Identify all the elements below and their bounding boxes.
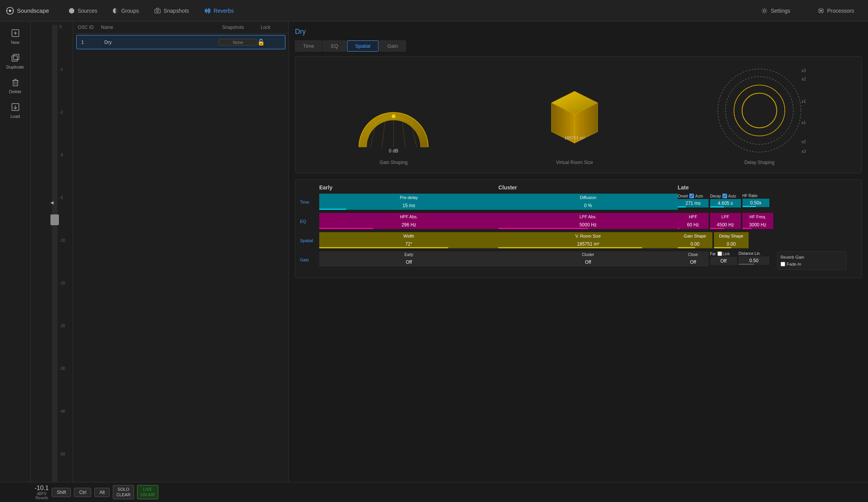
pre-delay-box[interactable]: Pre-delay 15 ms [319, 194, 498, 210]
decay-auto-checkbox[interactable] [722, 194, 727, 198]
hpf-late-box[interactable]: HPF 60 Hz [678, 213, 709, 229]
delay-shape-container[interactable]: x3 x2 x1 x1 x2 x3 [713, 64, 806, 157]
level-slider-thumb[interactable] [50, 214, 59, 225]
nav-settings[interactable]: Settings [754, 8, 798, 14]
pre-delay-label: Pre-delay [319, 194, 498, 201]
svg-rect-22 [13, 54, 19, 60]
table-row[interactable]: 1 Dry None 🔓 [76, 35, 285, 49]
v-room-size-value[interactable]: 185751 m³ [498, 240, 677, 248]
nav-snapshots[interactable]: Snapshots [147, 0, 197, 21]
cluster-spatial-group: V. Room Size 185751 m³ [498, 232, 677, 248]
nav-sources-label: Sources [77, 8, 97, 14]
cluster-gain-value[interactable]: Off [498, 258, 677, 266]
nav-groups[interactable]: Groups [105, 0, 147, 21]
distance-lin-value[interactable]: 0.50 [739, 256, 769, 265]
hf-ratio-value[interactable]: 0.50x [742, 199, 769, 207]
lpf-abs-value[interactable]: 5000 Hz [498, 221, 677, 229]
gain-shape-label: Gain Shaping [380, 160, 408, 165]
onset-auto-checkbox[interactable] [689, 194, 694, 198]
pre-delay-value[interactable]: 15 ms [319, 201, 498, 210]
level-scale: 0 -1 -2 -3 -5 -10 -15 -20 -30 -40 -60 -8… [60, 25, 65, 499]
delay-shape-box[interactable]: Delay Shape 0.00 [714, 232, 749, 248]
width-box[interactable]: Width 72° [319, 232, 498, 248]
close-gain-value[interactable]: Off [678, 258, 709, 266]
early-gain-box[interactable]: Early Off [319, 251, 498, 266]
early-spatial-group: Width 72° [319, 232, 498, 248]
solo-clear-button[interactable]: SOLOCLEAR [113, 485, 134, 499]
nav-processors[interactable]: Processors [810, 8, 862, 14]
lock-icon[interactable]: 🔓 [257, 38, 280, 46]
live-on-air-button[interactable]: LIVEON AIR [137, 485, 158, 499]
delete-button[interactable]: Delete [0, 74, 30, 97]
svg-text:x2: x2 [801, 77, 806, 81]
ctrl-button[interactable]: Ctrl [74, 488, 91, 497]
svg-rect-8 [207, 10, 208, 12]
bottom-bar: -10.1 dBFS Reverb Shift Ctrl Alt SOLOCLE… [0, 482, 868, 502]
width-value[interactable]: 72° [319, 240, 498, 248]
shift-button[interactable]: Shift [52, 488, 71, 497]
distance-lin-group: Distance Lin. 0.50 [739, 251, 769, 265]
nav-processors-label: Processors [827, 8, 854, 14]
svg-rect-10 [209, 9, 210, 13]
onset-value[interactable]: 271 ms [678, 199, 709, 207]
svg-line-33 [402, 119, 405, 147]
db-display: -10.1 dBFS Reverb [35, 485, 49, 500]
nav-sources[interactable]: Sources [61, 0, 105, 21]
hpf-abs-value[interactable]: 296 Hz [319, 221, 498, 229]
far-gain-value[interactable]: Off [710, 257, 737, 265]
tab-time[interactable]: Time [295, 40, 322, 52]
duplicate-button[interactable]: Duplicate [0, 49, 30, 72]
v-room-size-label: V. Room Size [498, 232, 677, 240]
tab-gain[interactable]: Gain [379, 40, 406, 52]
v-room-size-box[interactable]: V. Room Size 185751 m³ [498, 232, 677, 248]
svg-point-55 [742, 93, 777, 128]
link-checkbox[interactable] [717, 251, 722, 256]
alt-button[interactable]: Alt [94, 488, 110, 497]
gain-shape-box[interactable]: Gain Shape 0.00 [678, 232, 712, 248]
diffusion-box[interactable]: Diffusion 0 % [498, 194, 677, 210]
hpf-late-value[interactable]: 60 Hz [678, 221, 709, 229]
gain-shape-container[interactable]: 0 dB [351, 80, 436, 157]
hf-ratio-header: HF Ratio [742, 194, 769, 198]
svg-line-31 [382, 119, 385, 147]
hpf-late-label: HPF [678, 213, 709, 221]
delay-shape-param-value[interactable]: 0.00 [714, 240, 749, 248]
cluster-gain-box[interactable]: Cluster Off [498, 251, 677, 266]
hf-freq-label: HF Freq. [742, 213, 773, 221]
brand-label: Soundscape [17, 7, 49, 14]
duplicate-label: Duplicate [7, 65, 24, 69]
params-eq-row: EQ HPF Abs. 296 Hz LPF Abs. [300, 213, 857, 229]
new-button[interactable]: New [0, 25, 30, 48]
tab-spatial[interactable]: Spatial [347, 40, 379, 52]
load-icon [10, 102, 21, 112]
close-gain-box[interactable]: Close Off [678, 251, 709, 266]
level-arrow: ◄ [49, 199, 55, 206]
lpf-abs-box[interactable]: LPF Abs. 5000 Hz [498, 213, 677, 229]
params-gain-row: Gain Early Off Cluster [300, 251, 857, 270]
gain-shape-param-value[interactable]: 0.00 [678, 240, 712, 248]
fade-in-checkbox[interactable] [781, 262, 785, 266]
svg-rect-7 [206, 8, 207, 13]
nav-reverbs[interactable]: Reverbs [197, 0, 241, 21]
early-gain-value[interactable]: Off [319, 258, 498, 266]
tab-eq[interactable]: EQ [323, 40, 346, 52]
params-section: Early Cluster Late Time Pre-delay 15 ms [295, 179, 862, 278]
decay-value[interactable]: 4.605 s [710, 199, 741, 207]
level-meter: 0 -1 -2 -3 -5 -10 -15 -20 -30 -40 -60 -8… [31, 22, 73, 502]
snapshot-button[interactable]: None [219, 39, 257, 46]
section-early: Early [319, 184, 498, 191]
load-button[interactable]: Load [0, 99, 30, 122]
db-sub-label: Reverb [35, 496, 48, 500]
lpf-late-value[interactable]: 4500 Hz [710, 221, 741, 229]
delay-shaping-visual: x3 x2 x1 x1 x2 x3 Delay Shaping [713, 64, 806, 165]
hf-freq-box[interactable]: HF Freq. 3000 Hz [742, 213, 773, 229]
hf-freq-value[interactable]: 3000 Hz [742, 221, 773, 229]
fade-in-label: Fade-In [781, 262, 843, 266]
lpf-late-box[interactable]: LPF 4500 Hz [710, 213, 741, 229]
onset-auto-label: Auto [689, 194, 703, 198]
hpf-abs-box[interactable]: HPF Abs. 296 Hz [319, 213, 498, 229]
diffusion-value[interactable]: 0 % [498, 201, 677, 210]
cube-container[interactable]: 185751 m³ [532, 80, 617, 157]
new-icon [10, 28, 21, 38]
svg-text:x1: x1 [801, 120, 806, 125]
